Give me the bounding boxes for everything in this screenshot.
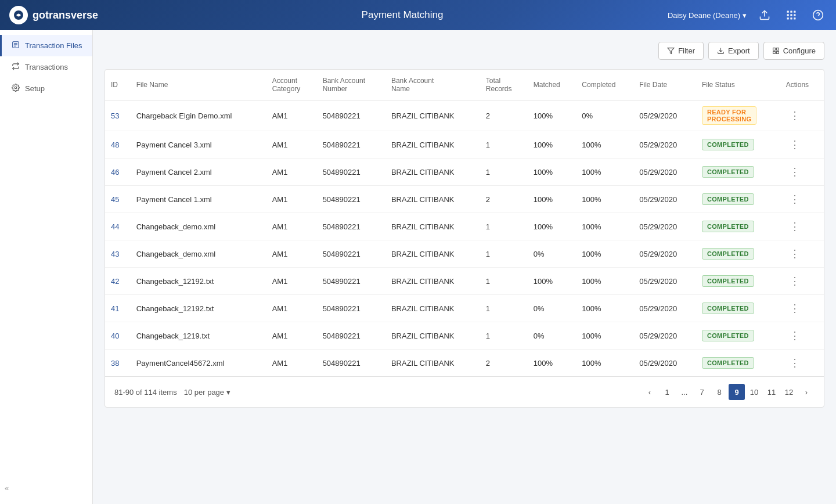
cell-status: COMPLETED (696, 159, 780, 186)
col-bank-account-name: Bank AccountName (385, 70, 480, 100)
table-row: 43 Changeback_demo.xml AM1 504890221 BRA… (105, 240, 824, 268)
cell-matched: 100% (528, 186, 576, 213)
row-actions-button[interactable]: ⋮ (786, 273, 803, 289)
cell-completed: 100% (576, 240, 633, 268)
row-actions-button[interactable]: ⋮ (786, 164, 803, 179)
per-page-selector[interactable]: 10 per page ▾ (184, 388, 230, 397)
col-total-records: TotalRecords (480, 70, 528, 100)
cell-id: 38 (105, 350, 131, 377)
status-badge: COMPLETED (702, 248, 754, 260)
row-actions-button[interactable]: ⋮ (786, 246, 803, 261)
transaction-files-icon (11, 41, 20, 51)
sidebar-item-label: Transactions (25, 63, 68, 71)
cell-account-category: AM1 (266, 131, 317, 159)
cell-filename: Payment Cancel 3.xml (131, 131, 266, 159)
row-actions-button[interactable]: ⋮ (786, 192, 803, 207)
cell-id: 53 (105, 100, 131, 131)
pagination-page-12[interactable]: 12 (781, 384, 797, 400)
filter-button[interactable]: Filter (658, 42, 704, 60)
cell-bank-number: 504890221 (317, 131, 385, 159)
cell-bank-number: 504890221 (317, 240, 385, 268)
pagination-page-1[interactable]: 1 (659, 384, 675, 400)
pagination-summary: 81-90 of 114 items (114, 388, 177, 397)
cell-file-date: 05/29/2020 (633, 131, 696, 159)
cell-status: COMPLETED (696, 322, 780, 350)
cell-total-records: 2 (480, 186, 528, 213)
cell-actions[interactable]: ⋮ (780, 240, 824, 268)
svg-rect-9 (794, 17, 795, 19)
svg-rect-4 (787, 14, 789, 16)
pagination-page-9[interactable]: 9 (729, 384, 745, 400)
help-icon[interactable] (809, 6, 827, 24)
cell-status: COMPLETED (696, 295, 780, 322)
sidebar-item-transaction-files[interactable]: Transaction Files (0, 35, 92, 56)
cell-filename: Changeback_demo.xml (131, 240, 266, 268)
cell-actions[interactable]: ⋮ (780, 100, 824, 131)
cell-bank-number: 504890221 (317, 186, 385, 213)
table-row: 45 Payment Cancel 1.xml AM1 504890221 BR… (105, 186, 824, 213)
cell-actions[interactable]: ⋮ (780, 268, 824, 295)
pagination-prev[interactable]: ‹ (642, 384, 658, 400)
row-actions-button[interactable]: ⋮ (786, 219, 803, 234)
row-actions-button[interactable]: ⋮ (786, 328, 803, 343)
cell-bank-number: 504890221 (317, 100, 385, 131)
pagination-next[interactable]: › (798, 384, 815, 400)
col-account-category: AccountCategory (266, 70, 317, 100)
setup-icon (11, 84, 20, 93)
pagination-page-8[interactable]: 8 (711, 384, 727, 400)
cell-total-records: 2 (480, 350, 528, 377)
sidebar-item-transactions[interactable]: Transactions (0, 56, 92, 78)
cell-matched: 0% (528, 322, 576, 350)
cell-file-date: 05/29/2020 (633, 268, 696, 295)
pagination-page-10[interactable]: 10 (746, 384, 762, 400)
export-button[interactable]: Export (708, 42, 759, 60)
cell-completed: 100% (576, 186, 633, 213)
per-page-label: 10 per page (184, 388, 224, 397)
upload-icon[interactable] (756, 6, 773, 24)
cell-total-records: 1 (480, 240, 528, 268)
table-row: 48 Payment Cancel 3.xml AM1 504890221 BR… (105, 131, 824, 159)
row-actions-button[interactable]: ⋮ (786, 355, 803, 370)
status-badge: COMPLETED (702, 303, 754, 314)
cell-status: COMPLETED (696, 268, 780, 295)
pagination-page-11[interactable]: 11 (763, 384, 780, 400)
svg-rect-8 (790, 17, 792, 19)
status-badge: COMPLETED (702, 330, 754, 341)
row-actions-button[interactable]: ⋮ (786, 108, 803, 123)
pagination-page-7[interactable]: 7 (694, 384, 710, 400)
cell-status: COMPLETED (696, 240, 780, 268)
configure-button[interactable]: Configure (763, 42, 824, 60)
cell-account-category: AM1 (266, 100, 317, 131)
cell-filename: PaymentCancel45672.xml (131, 350, 266, 377)
cell-actions[interactable]: ⋮ (780, 186, 824, 213)
page-title: Payment Matching (137, 9, 668, 21)
col-id: ID (105, 70, 131, 100)
sidebar-collapse-btn[interactable]: « (5, 484, 9, 492)
app-body: Transaction Files Transactions Setup « F… (0, 30, 836, 504)
svg-rect-17 (773, 48, 775, 51)
cell-actions[interactable]: ⋮ (780, 131, 824, 159)
cell-actions[interactable]: ⋮ (780, 295, 824, 322)
cell-actions[interactable]: ⋮ (780, 350, 824, 377)
cell-status: COMPLETED (696, 186, 780, 213)
cell-account-category: AM1 (266, 213, 317, 240)
row-actions-button[interactable]: ⋮ (786, 137, 803, 152)
cell-actions[interactable]: ⋮ (780, 159, 824, 186)
grid-icon[interactable] (783, 6, 800, 24)
cell-file-date: 05/29/2020 (633, 100, 696, 131)
user-menu[interactable]: Daisy Deane (Deane) ▾ (668, 11, 747, 20)
row-actions-button[interactable]: ⋮ (786, 301, 803, 316)
sidebar-item-setup[interactable]: Setup (0, 78, 92, 99)
pagination-info: 81-90 of 114 items 10 per page ▾ (114, 388, 230, 397)
cell-completed: 0% (576, 100, 633, 131)
svg-point-15 (15, 87, 17, 89)
cell-completed: 100% (576, 350, 633, 377)
cell-bank-name: BRAZIL CITIBANK (385, 159, 480, 186)
page-controls: ‹1...789101112› (642, 384, 815, 400)
data-table: ID File Name AccountCategory Bank Accoun… (105, 69, 824, 408)
status-badge: COMPLETED (702, 221, 754, 232)
cell-actions[interactable]: ⋮ (780, 322, 824, 350)
header-right: Daisy Deane (Deane) ▾ (668, 6, 827, 24)
cell-actions[interactable]: ⋮ (780, 213, 824, 240)
cell-total-records: 1 (480, 131, 528, 159)
